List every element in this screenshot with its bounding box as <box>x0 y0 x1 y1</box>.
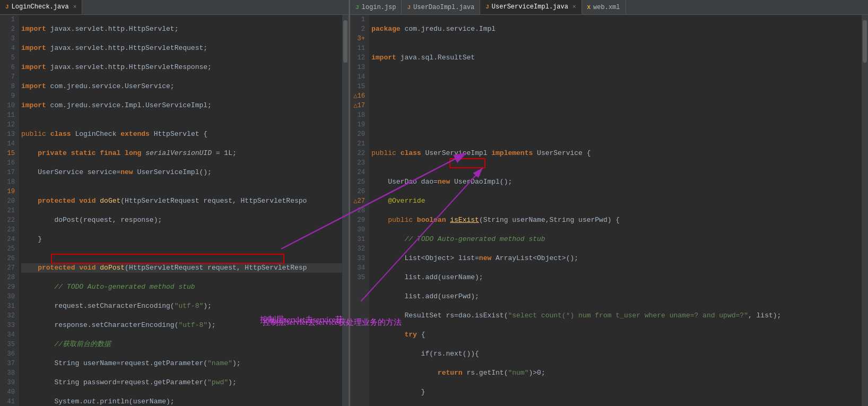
ln-38: 38 <box>2 368 15 378</box>
rln-18: 18 <box>352 110 365 120</box>
close-user-service-impl[interactable]: × <box>572 4 576 10</box>
tab-label-user-service-impl: UserServiceImpl.java <box>492 3 568 11</box>
ln-32: 32 <box>2 311 15 321</box>
ln-37: 37 <box>2 359 15 368</box>
right-line-15: @Override <box>371 196 866 206</box>
rln-21: 21 <box>352 139 365 149</box>
right-line-19: list.add(userName); <box>371 273 866 282</box>
left-line-7: public class LoginCheck extends HttpServ… <box>21 129 346 139</box>
right-code-content[interactable]: package com.jredu.service.Impl import ja… <box>369 15 868 406</box>
rln-30: 30 <box>352 225 365 235</box>
ln-10: 10 <box>2 101 15 110</box>
tab-icon-user-dao-impl: J <box>407 4 411 11</box>
tab-icon-login-check: J <box>5 4 9 10</box>
ln-26: 26 <box>2 254 15 263</box>
rln-33: 33 <box>352 254 365 263</box>
tab-web-xml[interactable]: X web.xml <box>582 0 626 14</box>
right-editor-pane: J login.jsp J UserDaoImpl.java J UserSer… <box>350 0 868 406</box>
tab-login-jsp[interactable]: J login.jsp <box>350 0 402 14</box>
ln-3: 3 <box>2 34 15 44</box>
rln-19: 19 <box>352 120 365 129</box>
tab-user-service-impl[interactable]: J UserServiceImpl.java × <box>480 0 581 14</box>
right-line-17: // TODO Auto-generated method stub <box>371 235 866 244</box>
ln-34: 34 <box>2 330 15 340</box>
rln-34: 34 <box>352 263 365 273</box>
ln-17: 17 <box>2 168 15 177</box>
tab-icon-user-service-impl: J <box>485 4 489 10</box>
right-line-18: List<Object> list=new ArrayList<Object>(… <box>371 254 866 263</box>
tab-login-check[interactable]: J LoginCheck.java × <box>0 0 82 14</box>
rln-22: 22 <box>352 149 365 158</box>
left-code-area: 1 2 3 4 5 6 7 8 9 10 11 12 13 14 15 16 1 <box>0 15 349 406</box>
rln-35: 35 <box>352 273 365 282</box>
ln-23: 23 <box>2 225 15 235</box>
tab-label-login-jsp: login.jsp <box>362 4 396 11</box>
right-tab-bar: J login.jsp J UserDaoImpl.java J UserSer… <box>350 0 868 15</box>
right-line-numbers: 1 2 3+ 11 12 13 14 15 △16 △17 <box>350 15 369 406</box>
tab-user-dao-impl[interactable]: J UserDaoImpl.java <box>402 0 480 14</box>
left-line-12: doPost(request, response); <box>21 215 346 225</box>
ln-14: 14 <box>2 139 15 149</box>
rln-25: 25 <box>352 177 365 187</box>
right-line-16: public boolean isExist(String userName,S… <box>371 215 866 225</box>
ln-8: 8 <box>2 82 15 91</box>
ln-39: 39 <box>2 378 15 387</box>
ln-1: 1 <box>2 15 15 24</box>
left-line-13: } <box>21 235 346 244</box>
left-line-22: System.out.println(userName); <box>21 397 346 406</box>
left-line-9: UserService service=new UserServiceImpl(… <box>21 168 346 177</box>
ln-15: 15 <box>2 149 15 158</box>
close-login-check[interactable]: × <box>73 4 77 10</box>
rln-2: 2 <box>352 24 365 34</box>
rln-24: 24 <box>352 168 365 177</box>
left-scrollbar[interactable] <box>342 15 349 406</box>
left-line-5: import com.jredu.service.Impl.UserServic… <box>21 101 346 110</box>
ln-30: 30 <box>2 292 15 301</box>
left-line-11: protected void doGet(HttpServletRequest … <box>21 196 346 206</box>
left-code-content[interactable]: import javax.servlet.http.HttpServlet; i… <box>19 15 349 406</box>
right-line-23: if(rs.next()){ <box>371 349 866 359</box>
rln-15: 15 <box>352 82 365 91</box>
rln-12: 12 <box>352 53 365 63</box>
left-line-17: request.setCharacterEncoding("utf-8"); <box>21 301 346 311</box>
left-line-18: response.setCharacterEncoding("utf-8"); <box>21 321 346 330</box>
tab-label-user-dao-impl: UserDaoImpl.java <box>413 4 474 11</box>
rln-1: 1 <box>352 15 365 24</box>
rln-23: 23 <box>352 158 365 168</box>
tab-icon-login-jsp: J <box>355 4 359 11</box>
ln-6: 6 <box>2 63 15 72</box>
rln-17: △17 <box>352 101 365 110</box>
ln-19: 19 <box>2 187 15 196</box>
right-scrollbar[interactable] <box>862 15 868 406</box>
ln-35: 35 <box>2 340 15 349</box>
right-line-21: ResultSet rs=dao.isExist("select count(*… <box>371 311 866 321</box>
rln-32: 32 <box>352 244 365 254</box>
rln-29: 29 <box>352 215 365 225</box>
left-line-21: String password=request.getParameter("pw… <box>21 378 346 387</box>
right-line-20: list.add(userPwd); <box>371 292 866 301</box>
ln-27: 27 <box>2 263 15 273</box>
ln-5: 5 <box>2 53 15 63</box>
ln-40: 40 <box>2 387 15 397</box>
right-line-14: UserDao dao=new UserDaoImpl(); <box>371 177 866 187</box>
ln-16: 16 <box>2 158 15 168</box>
rln-16: △16 <box>352 91 365 101</box>
ln-33: 33 <box>2 321 15 330</box>
ln-7: 7 <box>2 72 15 82</box>
left-line-15: protected void doPost(HttpServletRequest… <box>21 263 346 273</box>
left-tab-bar: J LoginCheck.java × <box>0 0 349 15</box>
editors-split: J LoginCheck.java × 1 2 3 4 5 6 7 8 9 10 <box>0 0 868 406</box>
left-line-8: private static final long serialVersionU… <box>21 149 346 158</box>
right-line-22: try { <box>371 330 866 340</box>
left-line-numbers: 1 2 3 4 5 6 7 8 9 10 11 12 13 14 15 16 1 <box>0 15 19 406</box>
left-line-19: //获取前台的数据 <box>21 340 346 349</box>
editor-container: J LoginCheck.java × 1 2 3 4 5 6 7 8 9 10 <box>0 0 868 406</box>
rln-14: 14 <box>352 72 365 82</box>
ln-29: 29 <box>2 282 15 292</box>
rln-26: 26 <box>352 187 365 196</box>
right-code-area: 1 2 3+ 11 12 13 14 15 △16 △17 <box>350 15 868 406</box>
ln-21: 21 <box>2 206 15 215</box>
tab-label-login-check: LoginCheck.java <box>12 3 69 11</box>
rln-28: 28 <box>352 206 365 215</box>
right-scrollbar-thumb <box>863 20 867 63</box>
